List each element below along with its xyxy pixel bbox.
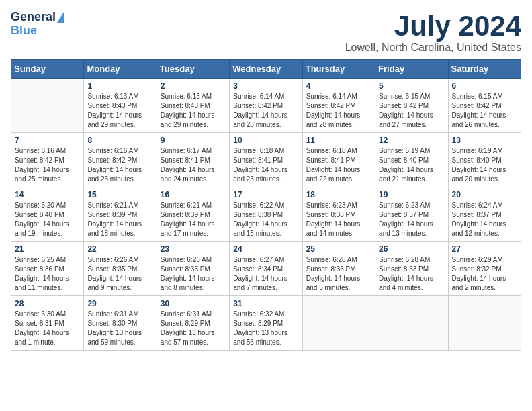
- calendar-cell: 18Sunrise: 6:23 AM Sunset: 8:38 PM Dayli…: [302, 187, 375, 242]
- calendar-cell: 15Sunrise: 6:21 AM Sunset: 8:39 PM Dayli…: [84, 187, 157, 242]
- day-number: 8: [87, 136, 152, 145]
- calendar-cell: [11, 79, 84, 133]
- week-row-5: 28Sunrise: 6:30 AM Sunset: 8:31 PM Dayli…: [11, 296, 521, 351]
- weekday-header-thursday: Thursday: [302, 60, 375, 79]
- week-row-3: 14Sunrise: 6:20 AM Sunset: 8:40 PM Dayli…: [11, 187, 521, 242]
- day-info: Sunrise: 6:30 AM Sunset: 8:31 PM Dayligh…: [15, 310, 80, 347]
- weekday-header-row: SundayMondayTuesdayWednesdayThursdayFrid…: [11, 60, 521, 79]
- day-number: 25: [306, 244, 371, 254]
- day-info: Sunrise: 6:16 AM Sunset: 8:42 PM Dayligh…: [15, 146, 80, 184]
- day-info: Sunrise: 6:26 AM Sunset: 8:35 PM Dayligh…: [161, 255, 226, 293]
- calendar-cell: 8Sunrise: 6:16 AM Sunset: 8:42 PM Daylig…: [84, 133, 157, 187]
- calendar-cell: 9Sunrise: 6:17 AM Sunset: 8:41 PM Daylig…: [157, 133, 229, 187]
- day-number: 20: [452, 190, 517, 199]
- calendar-cell: [302, 296, 375, 351]
- calendar-cell: 5Sunrise: 6:15 AM Sunset: 8:42 PM Daylig…: [375, 79, 448, 133]
- day-number: 19: [379, 190, 444, 199]
- calendar-cell: 7Sunrise: 6:16 AM Sunset: 8:42 PM Daylig…: [11, 133, 84, 187]
- day-info: Sunrise: 6:31 AM Sunset: 8:30 PM Dayligh…: [87, 310, 152, 347]
- day-info: Sunrise: 6:18 AM Sunset: 8:41 PM Dayligh…: [233, 146, 298, 184]
- day-number: 9: [161, 136, 226, 145]
- day-number: 16: [161, 190, 226, 199]
- day-info: Sunrise: 6:15 AM Sunset: 8:42 PM Dayligh…: [379, 92, 444, 130]
- calendar-cell: 2Sunrise: 6:13 AM Sunset: 8:43 PM Daylig…: [157, 79, 229, 133]
- day-info: Sunrise: 6:24 AM Sunset: 8:37 PM Dayligh…: [452, 201, 517, 238]
- calendar-cell: 16Sunrise: 6:21 AM Sunset: 8:39 PM Dayli…: [157, 187, 229, 242]
- day-info: Sunrise: 6:29 AM Sunset: 8:32 PM Dayligh…: [452, 255, 517, 293]
- calendar-cell: 21Sunrise: 6:25 AM Sunset: 8:36 PM Dayli…: [11, 242, 84, 296]
- logo-triangle-icon: [57, 12, 64, 23]
- day-info: Sunrise: 6:14 AM Sunset: 8:42 PM Dayligh…: [306, 92, 371, 130]
- calendar-cell: 25Sunrise: 6:28 AM Sunset: 8:33 PM Dayli…: [302, 242, 375, 296]
- weekday-header-wednesday: Wednesday: [230, 60, 302, 79]
- day-number: 31: [233, 299, 298, 308]
- week-row-2: 7Sunrise: 6:16 AM Sunset: 8:42 PM Daylig…: [11, 133, 521, 187]
- day-number: 7: [15, 136, 80, 145]
- day-number: 10: [233, 136, 298, 145]
- calendar-cell: 1Sunrise: 6:13 AM Sunset: 8:43 PM Daylig…: [84, 79, 157, 133]
- calendar-table: SundayMondayTuesdayWednesdayThursdayFrid…: [11, 59, 521, 351]
- weekday-header-tuesday: Tuesday: [157, 60, 229, 79]
- calendar-cell: 30Sunrise: 6:31 AM Sunset: 8:29 PM Dayli…: [157, 296, 229, 351]
- weekday-header-friday: Friday: [375, 60, 448, 79]
- title-block: July 2024 Lowell, North Carolina, United…: [345, 11, 521, 54]
- day-info: Sunrise: 6:14 AM Sunset: 8:42 PM Dayligh…: [233, 92, 298, 130]
- logo-text-blue: Blue: [11, 24, 37, 38]
- logo: General Blue: [11, 11, 64, 38]
- day-number: 14: [15, 190, 80, 199]
- calendar-cell: 11Sunrise: 6:18 AM Sunset: 8:41 PM Dayli…: [302, 133, 375, 187]
- day-number: 27: [452, 244, 517, 254]
- calendar-cell: 20Sunrise: 6:24 AM Sunset: 8:37 PM Dayli…: [448, 187, 521, 242]
- day-number: 24: [233, 244, 298, 254]
- day-info: Sunrise: 6:32 AM Sunset: 8:29 PM Dayligh…: [233, 310, 298, 347]
- day-info: Sunrise: 6:27 AM Sunset: 8:34 PM Dayligh…: [233, 255, 298, 293]
- day-number: 30: [161, 299, 226, 308]
- day-number: 18: [306, 190, 371, 199]
- week-row-4: 21Sunrise: 6:25 AM Sunset: 8:36 PM Dayli…: [11, 242, 521, 296]
- day-info: Sunrise: 6:26 AM Sunset: 8:35 PM Dayligh…: [87, 255, 152, 293]
- weekday-header-monday: Monday: [84, 60, 157, 79]
- location-text: Lowell, North Carolina, United States: [345, 42, 521, 54]
- day-info: Sunrise: 6:28 AM Sunset: 8:33 PM Dayligh…: [306, 255, 371, 293]
- day-number: 6: [452, 81, 517, 91]
- calendar-cell: 4Sunrise: 6:14 AM Sunset: 8:42 PM Daylig…: [302, 79, 375, 133]
- day-number: 12: [379, 136, 444, 145]
- day-number: 29: [87, 299, 152, 308]
- day-number: 13: [452, 136, 517, 145]
- day-info: Sunrise: 6:19 AM Sunset: 8:40 PM Dayligh…: [452, 146, 517, 184]
- weekday-header-sunday: Sunday: [11, 60, 84, 79]
- day-number: 3: [233, 81, 298, 91]
- day-info: Sunrise: 6:23 AM Sunset: 8:38 PM Dayligh…: [306, 201, 371, 238]
- day-info: Sunrise: 6:18 AM Sunset: 8:41 PM Dayligh…: [306, 146, 371, 184]
- calendar-cell: 17Sunrise: 6:22 AM Sunset: 8:38 PM Dayli…: [230, 187, 302, 242]
- day-info: Sunrise: 6:21 AM Sunset: 8:39 PM Dayligh…: [161, 201, 226, 238]
- day-info: Sunrise: 6:23 AM Sunset: 8:37 PM Dayligh…: [379, 201, 444, 238]
- calendar-cell: [375, 296, 448, 351]
- calendar-cell: 27Sunrise: 6:29 AM Sunset: 8:32 PM Dayli…: [448, 242, 521, 296]
- calendar-cell: 14Sunrise: 6:20 AM Sunset: 8:40 PM Dayli…: [11, 187, 84, 242]
- day-number: 22: [87, 244, 152, 254]
- calendar-cell: 28Sunrise: 6:30 AM Sunset: 8:31 PM Dayli…: [11, 296, 84, 351]
- day-number: 4: [306, 81, 371, 91]
- calendar-cell: 13Sunrise: 6:19 AM Sunset: 8:40 PM Dayli…: [448, 133, 521, 187]
- day-number: 15: [87, 190, 152, 199]
- day-info: Sunrise: 6:13 AM Sunset: 8:43 PM Dayligh…: [87, 92, 152, 130]
- day-info: Sunrise: 6:28 AM Sunset: 8:33 PM Dayligh…: [379, 255, 444, 293]
- calendar-cell: 3Sunrise: 6:14 AM Sunset: 8:42 PM Daylig…: [230, 79, 302, 133]
- day-info: Sunrise: 6:20 AM Sunset: 8:40 PM Dayligh…: [15, 201, 80, 238]
- day-info: Sunrise: 6:31 AM Sunset: 8:29 PM Dayligh…: [161, 310, 226, 347]
- day-number: 21: [15, 244, 80, 254]
- calendar-cell: 12Sunrise: 6:19 AM Sunset: 8:40 PM Dayli…: [375, 133, 448, 187]
- day-number: 5: [379, 81, 444, 91]
- calendar-cell: 23Sunrise: 6:26 AM Sunset: 8:35 PM Dayli…: [157, 242, 229, 296]
- day-number: 23: [161, 244, 226, 254]
- day-info: Sunrise: 6:21 AM Sunset: 8:39 PM Dayligh…: [87, 201, 152, 238]
- calendar-cell: [448, 296, 521, 351]
- day-info: Sunrise: 6:25 AM Sunset: 8:36 PM Dayligh…: [15, 255, 80, 293]
- day-number: 1: [87, 81, 152, 91]
- day-info: Sunrise: 6:16 AM Sunset: 8:42 PM Dayligh…: [87, 146, 152, 184]
- page-header: General Blue July 2024 Lowell, North Car…: [11, 11, 521, 54]
- calendar-cell: 6Sunrise: 6:15 AM Sunset: 8:42 PM Daylig…: [448, 79, 521, 133]
- calendar-cell: 22Sunrise: 6:26 AM Sunset: 8:35 PM Dayli…: [84, 242, 157, 296]
- day-number: 2: [161, 81, 226, 91]
